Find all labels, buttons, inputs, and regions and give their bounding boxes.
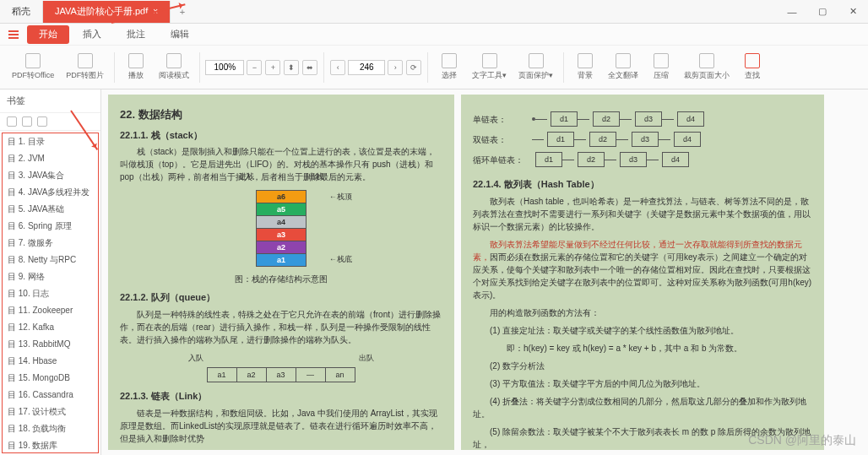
sidebar-item[interactable]: 目 13. RabbitMQ bbox=[3, 336, 98, 353]
sidebar-toolbar bbox=[0, 113, 100, 131]
paragraph: 栈（stack）是限制插入和删除只能在一个位置上进行的表，该位置是表的末端，叫做… bbox=[120, 145, 442, 183]
search-icon[interactable] bbox=[37, 116, 47, 127]
book-icon bbox=[166, 53, 182, 68]
sidebar-title: 书签 bbox=[0, 89, 100, 113]
prev-page-button[interactable]: ‹ bbox=[330, 60, 345, 75]
outline-icon[interactable] bbox=[22, 116, 32, 127]
window-tabs: 稻壳 JAVA进阶核心手册.pdf × + — ▢ ✕ bbox=[0, 0, 868, 24]
separator bbox=[114, 52, 115, 83]
page-right: 单链表： d1 d2 d3 d4 双链表： d1 d2 d3 d4 循环单链表： bbox=[461, 95, 824, 450]
bookmark-icon[interactable] bbox=[7, 116, 17, 127]
bookmark-sidebar: 书签 目 1. 目录目 2. JVM目 3. JAVA集合目 4. JAVA多线… bbox=[0, 89, 101, 455]
queue-cell: a2 bbox=[236, 367, 267, 382]
zoom-in-button[interactable]: + bbox=[265, 60, 280, 75]
zoom-out-button[interactable]: − bbox=[247, 60, 262, 75]
find-button[interactable]: 查找 bbox=[736, 51, 768, 83]
queue-cell: a1 bbox=[207, 367, 237, 382]
separator bbox=[563, 52, 564, 83]
sidebar-item[interactable]: 目 7. 微服务 bbox=[3, 235, 98, 252]
page-input[interactable] bbox=[348, 60, 385, 75]
select-button[interactable]: 选择 bbox=[433, 51, 465, 83]
hamburger-icon bbox=[8, 34, 19, 35]
text-icon bbox=[482, 53, 497, 68]
ribbon-tab-start[interactable]: 开始 bbox=[27, 25, 69, 44]
bookmark-list[interactable]: 目 1. 目录目 2. JVM目 3. JAVA集合目 4. JAVA多线程并发… bbox=[2, 133, 99, 453]
compress-icon bbox=[654, 53, 669, 68]
protect-button[interactable]: 页面保护▾ bbox=[513, 51, 558, 83]
sidebar-item[interactable]: 目 8. Netty 与RPC bbox=[3, 252, 98, 268]
queue-cell: — bbox=[296, 367, 326, 382]
tab-label: 稻壳 bbox=[12, 5, 30, 18]
close-button[interactable]: ✕ bbox=[838, 0, 868, 24]
sidebar-item[interactable]: 目 2. JVM bbox=[3, 150, 98, 167]
document-viewport[interactable]: 22. 数据结构 22.1.1. 栈（stack） 栈（stack）是限制插入和… bbox=[101, 89, 868, 455]
circular-linked-list: 循环单链表： d1 d2 d3 d4 bbox=[473, 152, 812, 167]
paragraph: 散列表（Hash table，也叫哈希表）是一种查找算法，与链表、树等算法不同的… bbox=[473, 195, 812, 233]
list-item: (4) 折叠法：将关键字分割成位数相同的几部分，然后取这几部分的叠加和作为散列地… bbox=[473, 395, 812, 420]
next-page-button[interactable]: › bbox=[388, 60, 403, 75]
sidebar-item[interactable]: 目 9. 网络 bbox=[3, 268, 98, 285]
read-mode-button[interactable]: 阅读模式 bbox=[154, 51, 194, 83]
pdf-to-image-button[interactable]: PDF转图片 bbox=[61, 51, 109, 83]
queue-cell: an bbox=[325, 367, 355, 382]
fit-width-button[interactable]: ⬍ bbox=[284, 60, 299, 75]
ribbon-tab-edit[interactable]: 编辑 bbox=[159, 25, 201, 44]
list-item: (3) 平方取值法：取关键字平方后的中间几位为散列地址。 bbox=[473, 377, 812, 390]
translate-button[interactable]: 全文翻译 bbox=[603, 51, 643, 83]
sidebar-item[interactable]: 目 14. Hbase bbox=[3, 353, 98, 370]
bg-icon bbox=[578, 53, 593, 68]
paragraph: 用的构造散列函数的方法有： bbox=[473, 306, 812, 319]
background-button[interactable]: 背景 bbox=[569, 51, 601, 83]
sidebar-item[interactable]: 目 15. MongoDB bbox=[3, 370, 98, 387]
toolbar: PDF转Office PDF转图片 播放 阅读模式 − + ⬍ ⬌ ‹ › ⟳ … bbox=[0, 46, 868, 89]
new-tab-button[interactable]: + bbox=[171, 7, 194, 17]
sidebar-item[interactable]: 目 3. JAVA集合 bbox=[3, 167, 98, 184]
ribbon-tab-comment[interactable]: 批注 bbox=[115, 25, 157, 44]
ribbon-tab-insert[interactable]: 插入 bbox=[71, 25, 113, 44]
queue-figure: 入队 出队 a1a2a3—an bbox=[171, 353, 391, 383]
play-button[interactable]: 播放 bbox=[120, 51, 152, 83]
sidebar-item[interactable]: 目 12. Kafka bbox=[3, 319, 98, 336]
sidebar-item[interactable]: 目 1. 目录 bbox=[3, 133, 98, 150]
tab-active-file[interactable]: JAVA进阶核心手册.pdf × bbox=[43, 1, 171, 23]
separator bbox=[427, 52, 428, 83]
heading-2: 22.1.2. 队列（queue） bbox=[120, 290, 442, 305]
menu-button[interactable] bbox=[5, 26, 22, 43]
stack-figure: 进栈 出栈 a6 a5 a4 a3 a2 a1 ←栈顶 ←栈底 bbox=[231, 190, 332, 267]
crop-button[interactable]: 裁剪页面大小 bbox=[679, 51, 735, 83]
sidebar-item[interactable]: 目 19. 数据库 bbox=[3, 437, 98, 453]
sidebar-item[interactable]: 目 5. JAVA基础 bbox=[3, 201, 98, 218]
list-item: (2) 数字分析法 bbox=[473, 360, 812, 372]
pdf-to-office-button[interactable]: PDF转Office bbox=[7, 51, 59, 83]
close-icon[interactable]: × bbox=[153, 7, 158, 16]
watermark: CSDN @阿里的泰山 bbox=[748, 433, 856, 448]
list-item: (1) 直接定址法：取关键字或关键字的某个线性函数值为散列地址。 bbox=[473, 324, 812, 337]
fit-page-button[interactable]: ⬌ bbox=[302, 60, 317, 75]
minimize-button[interactable]: — bbox=[777, 0, 807, 24]
tab-label: JAVA进阶核心手册.pdf bbox=[55, 5, 148, 18]
heading-2: 22.1.1. 栈（stack） bbox=[120, 128, 442, 143]
single-linked-list: 单链表： d1 d2 d3 d4 bbox=[473, 111, 812, 127]
sidebar-item[interactable]: 目 4. JAVA多线程并发 bbox=[3, 184, 98, 201]
double-linked-list: 双链表： d1 d2 d3 d4 bbox=[473, 132, 812, 147]
heading-1: 22. 数据结构 bbox=[120, 106, 442, 123]
list-item: 即：h(key) = key 或 h(key) = a * key + b，其中… bbox=[473, 342, 812, 355]
tab-home[interactable]: 稻壳 bbox=[0, 1, 43, 23]
rotate-button[interactable]: ⟳ bbox=[406, 60, 421, 75]
text-tool-button[interactable]: 文字工具▾ bbox=[467, 51, 512, 83]
sidebar-item[interactable]: 目 17. 设计模式 bbox=[3, 404, 98, 420]
compress-button[interactable]: 压缩 bbox=[645, 51, 677, 83]
maximize-button[interactable]: ▢ bbox=[807, 0, 838, 24]
sidebar-item[interactable]: 目 16. Cassandra bbox=[3, 387, 98, 404]
search-icon bbox=[745, 53, 760, 68]
cursor-icon bbox=[442, 53, 457, 68]
sidebar-item[interactable]: 目 6. Spring 原理 bbox=[3, 218, 98, 235]
sidebar-item[interactable]: 目 10. 日志 bbox=[3, 285, 98, 302]
paragraph: 散列表算法希望能尽量做到不经过任何比较，通过一次存取就能得到所查找的数据元素，因… bbox=[473, 238, 812, 301]
heading-2: 22.1.4. 散列表（Hash Table） bbox=[473, 177, 812, 192]
sidebar-item[interactable]: 目 11. Zookeeper bbox=[3, 302, 98, 319]
sidebar-item[interactable]: 目 18. 负载均衡 bbox=[3, 420, 98, 437]
ribbon-tab-bar: 开始 插入 批注 编辑 bbox=[0, 24, 868, 46]
heading-2: 22.1.3. 链表（Link） bbox=[120, 389, 442, 404]
zoom-input[interactable] bbox=[205, 60, 244, 75]
